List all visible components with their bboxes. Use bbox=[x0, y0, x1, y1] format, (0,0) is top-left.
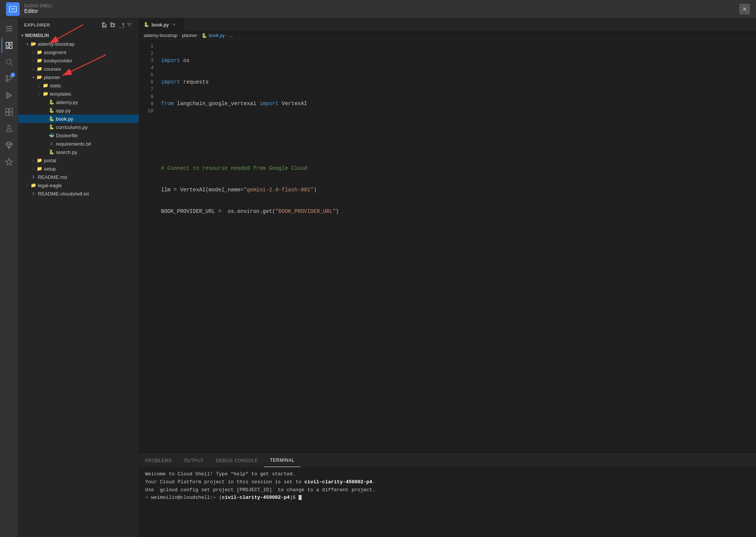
info-icon: ℹ bbox=[30, 174, 36, 180]
terminal-line-3: Use `gcloud config set project [PROJECT_… bbox=[145, 486, 750, 494]
svg-point-10 bbox=[6, 76, 8, 78]
activity-search-button[interactable] bbox=[2, 54, 17, 70]
top-bar-info: CLOUD SHELL Editor bbox=[24, 4, 53, 14]
file-readme-md[interactable]: ℹ README.md bbox=[18, 173, 139, 181]
tab-terminal[interactable]: TERMINAL bbox=[264, 454, 301, 467]
refresh-button[interactable] bbox=[118, 22, 124, 28]
folder-icon: 📁 bbox=[30, 182, 36, 188]
chevron-icon: › bbox=[30, 50, 36, 54]
breadcrumb-more: ... bbox=[229, 33, 233, 38]
folder-portal-label: portal bbox=[44, 158, 139, 163]
activity-spark-button[interactable] bbox=[2, 154, 17, 169]
breadcrumb-sep-1: › bbox=[179, 33, 180, 38]
folder-bookprovider[interactable]: › 📁 bookprovider bbox=[18, 56, 139, 65]
file-tree: ▾ WEIMEILIN ▾ 📂 aidemy-boostrap › 📁 assi… bbox=[18, 31, 139, 537]
file-app-py-label: app.py bbox=[56, 108, 139, 113]
python-file-icon: 🐍 bbox=[48, 124, 54, 130]
code-line-2: import requests bbox=[161, 79, 756, 86]
collapse-all-button[interactable] bbox=[126, 22, 133, 28]
python-file-icon: 🐍 bbox=[48, 149, 54, 155]
svg-rect-18 bbox=[9, 112, 12, 115]
folder-courses-label: courses bbox=[44, 66, 139, 72]
folder-setup[interactable]: › 📁 setup bbox=[18, 165, 139, 173]
file-requirements-txt[interactable]: ≡ requirements.txt bbox=[18, 140, 139, 148]
tab-output[interactable]: OUTPUT bbox=[178, 454, 210, 467]
sidebar-header: EXPLORER bbox=[18, 18, 139, 31]
file-dockerfile[interactable]: 🐳 Dockerfile bbox=[18, 131, 139, 140]
activity-menu-button[interactable] bbox=[2, 21, 17, 36]
folder-assigment[interactable]: › 📁 assigment bbox=[18, 48, 139, 56]
chevron-icon: › bbox=[30, 59, 36, 63]
folder-open-icon: 📂 bbox=[36, 74, 42, 80]
chevron-icon: ▾ bbox=[30, 75, 36, 79]
activity-flask-button[interactable] bbox=[2, 121, 17, 136]
tab-close-button[interactable]: ✕ bbox=[171, 22, 177, 28]
code-line-4 bbox=[161, 122, 756, 129]
terminal-content[interactable]: Welcome to Cloud Shell! Type "help" to g… bbox=[139, 467, 756, 537]
folder-icon: 📁 bbox=[42, 91, 48, 97]
file-book-py[interactable]: 🐍 book.py bbox=[18, 115, 139, 123]
terminal-line-2: Your Cloud Platform project in this sess… bbox=[145, 478, 750, 486]
svg-rect-5 bbox=[9, 42, 12, 45]
folder-aidemy-bootstrap-label: aidemy-boostrap bbox=[38, 41, 139, 47]
text-file-icon: ≡ bbox=[30, 191, 36, 197]
folder-open-icon: 📂 bbox=[30, 41, 36, 47]
code-content[interactable]: import os import requests from langchain… bbox=[158, 40, 756, 454]
python-file-icon: 🐍 bbox=[48, 116, 54, 122]
activity-bar: 1 bbox=[0, 18, 18, 537]
folder-legal-eagle[interactable]: › 📁 legal-eagle bbox=[18, 181, 139, 189]
tab-book-py[interactable]: 🐍 book.py ✕ bbox=[139, 18, 184, 31]
file-curriculums-py-label: curriculums.py bbox=[56, 124, 139, 130]
code-line-9 bbox=[161, 230, 756, 237]
folder-planner[interactable]: ▾ 📂 planner bbox=[18, 73, 139, 81]
activity-source-control-button[interactable]: 1 bbox=[2, 71, 17, 86]
file-curriculums-py[interactable]: 🐍 curriculums.py bbox=[18, 123, 139, 131]
new-folder-button[interactable] bbox=[109, 22, 116, 28]
folder-templates[interactable]: › 📁 templates bbox=[18, 90, 139, 98]
cursor bbox=[299, 495, 302, 500]
file-readme-md-label: README.md bbox=[38, 174, 139, 180]
tab-problems[interactable]: PROBLEMS bbox=[139, 454, 178, 467]
file-app-py[interactable]: 🐍 app.py bbox=[18, 106, 139, 115]
file-book-py-label: book.py bbox=[56, 116, 139, 122]
close-button[interactable]: ✕ bbox=[739, 4, 750, 14]
file-search-py[interactable]: 🐍 search.py bbox=[18, 148, 139, 156]
file-search-py-label: search.py bbox=[56, 149, 139, 155]
folder-setup-label: setup bbox=[44, 166, 139, 172]
folder-assigment-label: assigment bbox=[44, 50, 139, 55]
activity-gem-button[interactable] bbox=[2, 138, 17, 153]
folder-portal[interactable]: › 📁 portal bbox=[18, 156, 139, 165]
activity-explorer-button[interactable] bbox=[2, 38, 17, 53]
svg-rect-6 bbox=[9, 46, 12, 48]
folder-icon: 📁 bbox=[36, 57, 42, 64]
chevron-icon: › bbox=[36, 92, 42, 96]
folder-courses[interactable]: › 📁 courses bbox=[18, 65, 139, 73]
file-readme-cloudshell[interactable]: ≡ README-cloudshell.txt bbox=[18, 189, 139, 198]
breadcrumb: aidemy-boostrap › planner › 🐍 book.py › … bbox=[139, 31, 756, 40]
breadcrumb-sep-2: › bbox=[198, 33, 200, 38]
code-line-7: llm = VertexAI(model_name="gemini-2.0-fl… bbox=[161, 186, 756, 194]
folder-icon: 📁 bbox=[36, 66, 42, 72]
code-editor[interactable]: 1 2 3 4 5 6 7 8 9 10 import os import re… bbox=[139, 40, 756, 454]
code-line-1: import os bbox=[161, 57, 756, 64]
activity-extensions-button[interactable] bbox=[2, 104, 17, 120]
folder-bookprovider-label: bookprovider bbox=[44, 58, 139, 64]
activity-run-debug-button[interactable] bbox=[2, 88, 17, 103]
svg-rect-4 bbox=[6, 42, 8, 46]
file-aidemy-py[interactable]: 🐍 aidemy.py bbox=[18, 98, 139, 106]
svg-rect-15 bbox=[5, 109, 8, 112]
folder-aidemy-bootstrap[interactable]: ▾ 📂 aidemy-boostrap bbox=[18, 40, 139, 48]
folder-static[interactable]: › 📁 static bbox=[18, 81, 139, 90]
code-line-10 bbox=[161, 251, 756, 258]
chevron-icon: › bbox=[30, 67, 36, 71]
line-numbers: 1 2 3 4 5 6 7 8 9 10 bbox=[139, 40, 158, 454]
tree-root[interactable]: ▾ WEIMEILIN bbox=[18, 31, 139, 40]
tab-filename: book.py bbox=[152, 22, 169, 28]
panel-tabs: PROBLEMS OUTPUT DEBUG CONSOLE TERMINAL bbox=[139, 454, 756, 467]
folder-static-label: static bbox=[50, 83, 139, 88]
tab-debug-console[interactable]: DEBUG CONSOLE bbox=[210, 454, 264, 467]
docker-file-icon: 🐳 bbox=[48, 132, 54, 138]
chevron-icon: › bbox=[30, 158, 36, 163]
editor-label: Editor bbox=[24, 8, 53, 14]
new-file-button[interactable] bbox=[101, 22, 108, 28]
